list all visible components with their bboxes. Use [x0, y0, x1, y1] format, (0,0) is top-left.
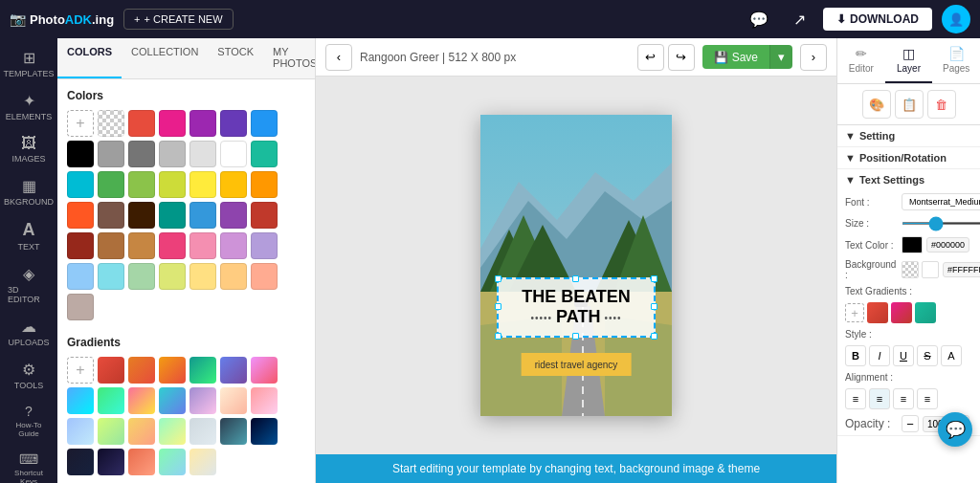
color-swatch[interactable]: [159, 110, 186, 137]
text-overlay-box[interactable]: THE BEATEN ••••• PATH ••••: [497, 277, 656, 338]
color-swatch[interactable]: [67, 263, 94, 290]
tab-colors[interactable]: COLORS: [57, 38, 122, 78]
gradient-swatch[interactable]: [189, 418, 216, 445]
save-button[interactable]: 💾 Save: [702, 45, 769, 69]
tab-stock[interactable]: STOCK: [208, 38, 263, 78]
gradient-swatch[interactable]: [67, 418, 94, 445]
gradient-swatch[interactable]: [128, 449, 155, 475]
color-swatch[interactable]: [98, 232, 124, 259]
color-swatch[interactable]: [220, 202, 247, 229]
gradient-swatch[interactable]: [98, 449, 124, 475]
share-icon-button[interactable]: ↗: [786, 7, 813, 33]
color-swatch[interactable]: [128, 171, 155, 198]
add-color-button[interactable]: +: [67, 110, 94, 137]
sidebar-item-background[interactable]: ▦ BKGROUND: [4, 171, 54, 212]
tab-pages[interactable]: 📄 Pages: [932, 38, 980, 83]
gradient-swatch[interactable]: [251, 418, 278, 445]
color-swatch[interactable]: [189, 232, 216, 259]
gradient-swatch[interactable]: [98, 418, 124, 445]
color-swatch[interactable]: [159, 263, 186, 290]
sidebar-item-how-to-guide[interactable]: ? How-To Guide: [4, 398, 54, 444]
color-swatch[interactable]: [189, 263, 216, 290]
add-text-gradient-button[interactable]: +: [845, 303, 864, 322]
strikethrough-button[interactable]: S: [917, 345, 938, 366]
color-swatch[interactable]: [128, 110, 155, 137]
gradient-swatch[interactable]: [159, 357, 186, 384]
gradient-swatch[interactable]: [189, 449, 216, 475]
redo-button[interactable]: ↪: [668, 44, 695, 71]
color-swatch[interactable]: [251, 171, 278, 198]
color-swatch[interactable]: [251, 263, 278, 290]
gradient-swatch[interactable]: [251, 387, 278, 414]
color-swatch[interactable]: [220, 141, 247, 167]
subtitle-box[interactable]: ridest travel agency: [522, 353, 632, 376]
color-transparent[interactable]: [98, 110, 124, 137]
uppercase-button[interactable]: A: [941, 345, 962, 366]
color-swatch[interactable]: [189, 141, 216, 167]
gradient-swatch-teal[interactable]: [915, 302, 936, 323]
gradient-swatch[interactable]: [220, 357, 247, 384]
color-swatch[interactable]: [220, 232, 247, 259]
user-avatar-button[interactable]: 👤: [942, 5, 970, 33]
opacity-decrease-button[interactable]: −: [902, 415, 919, 432]
sidebar-item-templates[interactable]: ⊞ TEMPLATES: [4, 43, 54, 84]
add-gradient-button[interactable]: +: [67, 357, 94, 384]
color-swatch[interactable]: [220, 171, 247, 198]
color-swatch[interactable]: [159, 171, 186, 198]
color-swatch[interactable]: [128, 202, 155, 229]
paint-tool-button[interactable]: 🎨: [862, 90, 891, 119]
color-swatch[interactable]: [251, 202, 278, 229]
color-swatch[interactable]: [67, 171, 94, 198]
color-swatch[interactable]: [98, 141, 124, 167]
gradient-swatch[interactable]: [220, 418, 247, 445]
bold-button[interactable]: B: [845, 345, 866, 366]
save-dropdown-button[interactable]: ▾: [769, 45, 792, 69]
gradient-swatch[interactable]: [189, 357, 216, 384]
color-swatch[interactable]: [67, 232, 94, 259]
gradient-swatch[interactable]: [128, 357, 155, 384]
color-swatch[interactable]: [98, 202, 124, 229]
underline-button[interactable]: U: [893, 345, 914, 366]
sidebar-item-uploads[interactable]: ☁ UPLOADS: [4, 312, 54, 353]
chat-fab-button[interactable]: 💬: [938, 412, 972, 447]
color-swatch[interactable]: [159, 202, 186, 229]
gradient-swatch[interactable]: [159, 418, 186, 445]
copy-tool-button[interactable]: 📋: [895, 90, 924, 119]
bg-pattern-button[interactable]: [902, 261, 919, 278]
color-swatch[interactable]: [128, 141, 155, 167]
size-slider[interactable]: [902, 222, 980, 225]
prev-page-button[interactable]: ‹: [325, 44, 352, 71]
tab-layer[interactable]: ◫ Layer: [885, 38, 933, 83]
bg-white-button[interactable]: [922, 261, 939, 278]
gradient-swatch[interactable]: [251, 357, 278, 384]
sidebar-item-tools[interactable]: ⚙ TOOLS: [4, 355, 54, 396]
setting-section-header[interactable]: ▼ Setting: [837, 125, 980, 146]
font-select[interactable]: Montserrat_Medium: [902, 193, 980, 210]
color-swatch[interactable]: [98, 263, 124, 290]
align-left-button[interactable]: ≡: [845, 388, 866, 409]
color-swatch[interactable]: [67, 294, 94, 320]
text-color-preview[interactable]: [902, 236, 923, 253]
create-new-button[interactable]: + + CREATE NEW: [123, 9, 233, 30]
sidebar-item-elements[interactable]: ✦ ELEMENTS: [4, 86, 54, 127]
undo-button[interactable]: ↩: [637, 44, 664, 71]
gradient-swatch-pink[interactable]: [891, 302, 912, 323]
download-button[interactable]: ⬇ DOWNLOAD: [823, 8, 932, 31]
sidebar-item-shortcut-keys[interactable]: ⌨ Shortcut Keys: [4, 446, 54, 483]
gradient-swatch[interactable]: [67, 387, 94, 414]
color-swatch[interactable]: [159, 141, 186, 167]
color-swatch[interactable]: [98, 171, 124, 198]
color-swatch[interactable]: [189, 171, 216, 198]
align-right-button[interactable]: ≡: [893, 388, 914, 409]
position-rotation-header[interactable]: ▼ Position/Rotation: [837, 147, 980, 168]
color-swatch[interactable]: [67, 202, 94, 229]
color-swatch[interactable]: [251, 232, 278, 259]
color-swatch[interactable]: [251, 110, 278, 137]
text-settings-header[interactable]: ▼ Text Settings: [837, 169, 980, 190]
sidebar-item-images[interactable]: 🖼 IMAGES: [4, 129, 54, 169]
tab-editor[interactable]: ✏ Editor: [837, 38, 885, 83]
color-swatch[interactable]: [128, 232, 155, 259]
gradient-swatch[interactable]: [98, 357, 124, 384]
align-justify-button[interactable]: ≡: [917, 388, 938, 409]
color-swatch[interactable]: [220, 110, 247, 137]
